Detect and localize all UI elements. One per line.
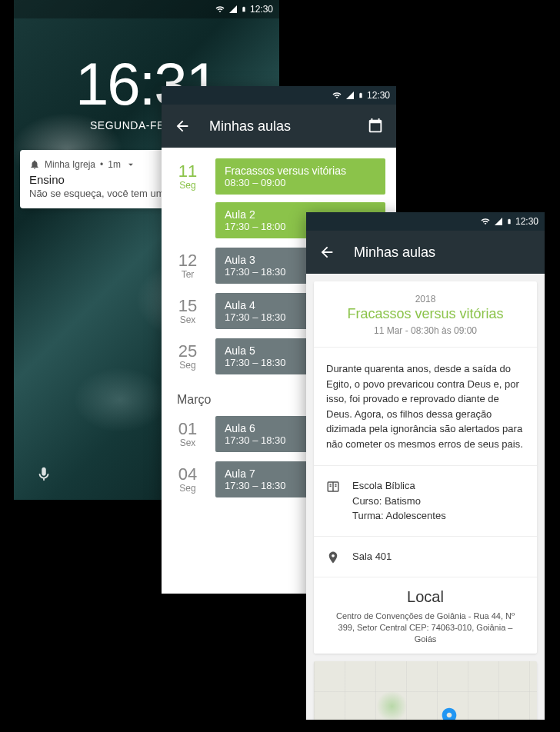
day-num: 04	[172, 466, 203, 483]
day-num: 15	[172, 298, 203, 314]
class-detail-phone: 12:30 Minhas aulas 2018 Fracassos versus…	[306, 212, 545, 720]
status-time: 12:30	[515, 216, 538, 227]
divider	[314, 577, 537, 577]
local-address: Centro de Convenções de Goiânia - Rua 44…	[314, 611, 537, 654]
notification-age: 1m	[108, 159, 121, 170]
day-label: 11Seg	[172, 158, 203, 238]
back-button[interactable]	[174, 118, 191, 135]
course-name: Curso: Batismo	[352, 494, 446, 509]
signal-icon	[494, 217, 503, 226]
day-num: 11	[172, 163, 203, 180]
detail-scroll[interactable]: 2018 Fracassos versus vitórias 11 Mar - …	[306, 274, 545, 720]
divider	[314, 536, 537, 537]
app-bar: Minhas aulas	[162, 105, 396, 148]
day-dow: Seg	[172, 180, 203, 191]
page-title: Minhas aulas	[354, 245, 532, 261]
battery-icon	[506, 216, 512, 227]
location-map[interactable]	[314, 661, 537, 720]
class-name: Turma: Adolescentes	[352, 508, 446, 524]
day-dow: Seg	[172, 483, 203, 494]
day-dow: Sex	[172, 438, 203, 448]
day-label: 12Ter	[172, 248, 203, 284]
wifi-icon	[480, 217, 491, 226]
status-time: 12:30	[250, 4, 273, 15]
detail-datetime: 11 Mar - 08:30h às 09:00	[323, 325, 528, 336]
status-bar: 12:30	[162, 86, 396, 105]
detail-card: 2018 Fracassos versus vitórias 11 Mar - …	[314, 281, 537, 654]
day-num: 25	[172, 343, 203, 360]
status-bar: 12:30	[306, 212, 545, 231]
location-icon	[326, 551, 342, 564]
day-num: 01	[172, 421, 203, 438]
notification-app: Minha Igreja	[45, 159, 95, 170]
day-dow: Sex	[172, 314, 203, 325]
battery-icon	[241, 4, 247, 15]
local-title: Local	[314, 581, 537, 611]
school-name: Escola Bíblica	[352, 478, 446, 494]
detail-heading: Fracassos versus vitórias	[323, 306, 528, 322]
chevron-down-icon	[125, 159, 136, 170]
wifi-icon	[332, 91, 342, 100]
divider	[314, 465, 537, 466]
map-pin-icon	[437, 706, 462, 720]
battery-icon	[358, 90, 364, 101]
school-row: Escola Bíblica Curso: Batismo Turma: Ado…	[314, 469, 537, 533]
calendar-icon	[367, 118, 384, 135]
day-label: 25Seg	[172, 338, 203, 374]
signal-icon	[228, 5, 238, 14]
back-button[interactable]	[318, 244, 335, 261]
day-dow: Ter	[172, 269, 203, 280]
class-time: 08:30 – 09:00	[225, 177, 376, 188]
room-name: Sala 401	[352, 549, 392, 564]
arrow-back-icon	[174, 118, 191, 135]
wifi-icon	[215, 5, 225, 14]
day-label: 01Sex	[172, 416, 203, 452]
calendar-button[interactable]	[367, 118, 384, 135]
signal-icon	[345, 91, 355, 100]
day-num: 12	[172, 252, 203, 269]
arrow-back-icon	[318, 244, 335, 261]
day-label: 15Sex	[172, 293, 203, 329]
page-title: Minhas aulas	[209, 118, 348, 135]
class-name: Fracassos versus vitórias	[225, 165, 376, 177]
app-bar: Minhas aulas	[306, 231, 545, 274]
divider	[314, 347, 537, 348]
class-card[interactable]: Fracassos versus vitórias08:30 – 09:00	[215, 158, 385, 195]
mic-icon[interactable]	[35, 466, 52, 483]
day-label: 04Seg	[172, 461, 203, 497]
book-icon	[326, 480, 342, 494]
detail-year: 2018	[323, 294, 528, 304]
day-dow: Seg	[172, 360, 203, 371]
status-time: 12:30	[367, 90, 390, 101]
detail-description: Durante quarenta anos, desde a saída do …	[314, 351, 537, 462]
bell-icon	[29, 159, 40, 170]
status-bar: 12:30	[14, 0, 279, 18]
room-row: Sala 401	[314, 540, 537, 574]
